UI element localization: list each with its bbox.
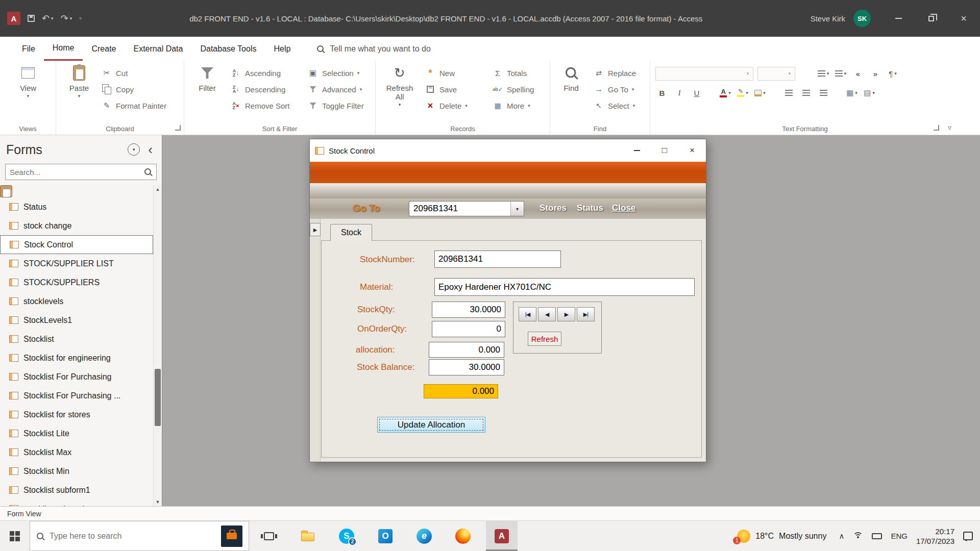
new-record-button[interactable]: *New xyxy=(425,65,468,81)
align-center-button[interactable] xyxy=(799,86,813,99)
advanced-filter-button[interactable]: Advanced▾ xyxy=(307,81,364,97)
taskbar-search-input[interactable] xyxy=(50,532,216,541)
outlook-button[interactable]: O xyxy=(370,521,401,551)
on-order-qty-input[interactable] xyxy=(432,321,505,337)
refresh-button[interactable]: Refresh xyxy=(528,332,561,346)
highlight-button[interactable]: ✎▾ xyxy=(736,86,749,99)
stock-balance-input[interactable] xyxy=(429,359,504,375)
numbering-button[interactable]: ▾ xyxy=(834,67,847,80)
scrollbar[interactable]: ▲ ▼ xyxy=(153,185,162,506)
next-record-button[interactable]: ▶ xyxy=(557,307,575,321)
record-selector[interactable]: ▶ xyxy=(310,223,321,236)
edge-button[interactable]: e xyxy=(408,521,440,551)
alternate-row-color-button[interactable]: ▤▾ xyxy=(863,86,876,99)
user-name[interactable]: Steve Kirk xyxy=(811,14,845,23)
nav-pane-menu-icon[interactable]: ▾ xyxy=(128,143,140,156)
avatar[interactable]: SK xyxy=(853,10,871,27)
file-explorer-button[interactable] xyxy=(292,521,324,551)
sidebar-search-box[interactable] xyxy=(5,164,157,180)
collapse-ribbon-icon[interactable]: ▿ xyxy=(948,123,951,132)
delete-record-button[interactable]: ×Delete▾ xyxy=(425,97,468,114)
bullets-button[interactable]: ▾ xyxy=(817,67,830,80)
tab-external-data[interactable]: External Data xyxy=(125,37,192,61)
align-right-button[interactable] xyxy=(817,86,830,99)
text-direction-button[interactable]: ¶▾ xyxy=(886,67,899,80)
list-item[interactable]: STOCK/SUPPLIER LIST xyxy=(0,254,153,273)
bold-button[interactable]: B xyxy=(655,86,669,99)
language-button[interactable]: ENG xyxy=(891,532,908,540)
stock-qty-input[interactable] xyxy=(432,302,505,318)
list-item[interactable]: Status xyxy=(0,197,153,216)
sidebar-search-input[interactable] xyxy=(10,168,144,177)
close-form-button[interactable]: Close xyxy=(612,203,635,213)
list-item[interactable]: StockLevels1 xyxy=(0,311,153,330)
paste-button[interactable]: Paste ▾ xyxy=(60,64,98,98)
list-item[interactable]: stocklist veiw only xyxy=(0,499,153,506)
save-button[interactable] xyxy=(28,15,35,22)
list-item[interactable]: Stocklist For Purchasing ... xyxy=(0,386,153,405)
skype-button[interactable]: S2 xyxy=(331,521,362,551)
underline-button[interactable]: U xyxy=(690,86,703,99)
align-left-button[interactable] xyxy=(782,86,795,99)
redo-button[interactable]: ↷▾ xyxy=(61,13,72,24)
descending-button[interactable]: ZA↓Descending xyxy=(230,81,290,97)
select-button[interactable]: ↖Select▾ xyxy=(593,97,636,114)
scrollbar-thumb[interactable] xyxy=(155,369,161,426)
combo-dropdown-icon[interactable]: ▾ xyxy=(510,202,524,216)
stock-number-input[interactable] xyxy=(434,251,561,268)
ascending-button[interactable]: AZ↓Ascending xyxy=(230,65,290,81)
format-painter-button[interactable]: ✎Format Painter xyxy=(101,97,166,114)
form-close-button[interactable]: × xyxy=(678,139,706,162)
italic-button[interactable]: I xyxy=(673,86,686,99)
form-titlebar[interactable]: Stock Control □ × xyxy=(310,139,706,162)
filter-button[interactable]: Filter xyxy=(188,64,226,92)
tab-stock[interactable]: Stock xyxy=(330,224,372,241)
action-center-button[interactable] xyxy=(963,532,973,540)
tray-chevron-button[interactable]: ∧ xyxy=(839,532,844,541)
material-input[interactable] xyxy=(434,278,695,296)
allocation-highlight-field[interactable] xyxy=(424,384,498,398)
allocation-input[interactable] xyxy=(429,342,504,358)
save-record-button[interactable]: Save xyxy=(425,81,468,97)
network-button[interactable] xyxy=(853,532,863,540)
form-minimize-button[interactable] xyxy=(623,139,651,162)
clock[interactable]: 20:17 17/07/2023 xyxy=(916,527,954,546)
task-view-button[interactable] xyxy=(253,521,285,551)
view-button[interactable]: View ▾ xyxy=(9,64,47,98)
find-button[interactable]: Find xyxy=(552,64,590,92)
refresh-all-button[interactable]: ↻ Refresh All ▾ xyxy=(383,64,416,107)
more-button[interactable]: ▦More▾ xyxy=(492,97,534,114)
stores-button[interactable]: Stores xyxy=(540,203,567,213)
list-item[interactable]: Stocklist For Purchasing xyxy=(0,367,153,386)
weather-widget[interactable]: 1 18°C Mostly sunny xyxy=(732,530,831,543)
spelling-button[interactable]: ab✓Spelling xyxy=(492,81,534,97)
list-item-clipped[interactable] xyxy=(0,185,12,197)
list-item[interactable]: Stocklist xyxy=(0,330,153,348)
decrease-indent-button[interactable]: « xyxy=(851,67,865,80)
list-item[interactable]: Stocklist for stores xyxy=(0,405,153,424)
remove-sort-button[interactable]: AZ×Remove Sort xyxy=(230,97,290,114)
tab-help[interactable]: Help xyxy=(265,37,299,61)
list-item[interactable]: stock change xyxy=(0,216,153,235)
scrollbar-up-icon[interactable]: ▲ xyxy=(154,187,162,192)
access-app-icon[interactable]: A xyxy=(7,12,20,25)
tab-create[interactable]: Create xyxy=(83,37,125,61)
taskbar-search[interactable] xyxy=(30,521,249,551)
first-record-button[interactable]: |◀ xyxy=(519,307,536,321)
list-item-stock-control[interactable]: Stock Control xyxy=(0,235,153,254)
go-to-button[interactable]: →Go To▾ xyxy=(593,81,636,97)
tab-database-tools[interactable]: Database Tools xyxy=(191,37,265,61)
status-button[interactable]: Status xyxy=(577,203,603,213)
start-button[interactable] xyxy=(0,521,30,551)
collapse-pane-icon[interactable]: ‹ xyxy=(145,143,156,156)
firefox-button[interactable] xyxy=(447,521,479,551)
goto-combobox[interactable]: ▾ xyxy=(409,201,524,216)
copy-button[interactable]: Copy xyxy=(101,81,166,97)
update-allocation-button[interactable]: Update Allocation xyxy=(377,417,485,433)
access-taskbar-button[interactable]: A xyxy=(486,521,518,551)
toggle-filter-button[interactable]: Toggle Filter xyxy=(307,97,364,114)
restore-button[interactable] xyxy=(915,0,947,37)
selection-button[interactable]: ▣Selection▾ xyxy=(307,65,364,81)
font-color-button[interactable]: A▾ xyxy=(719,86,732,99)
totals-button[interactable]: ΣTotals xyxy=(492,65,534,81)
